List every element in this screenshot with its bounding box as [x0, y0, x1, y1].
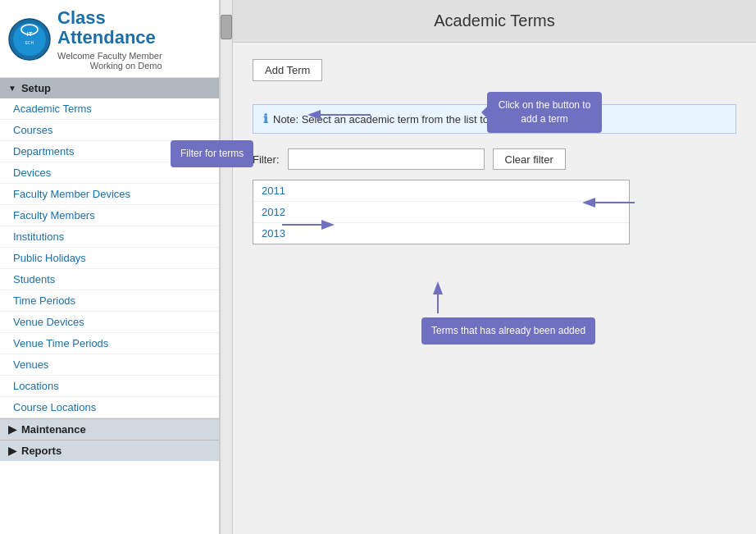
term-link-2011[interactable]: 2011: [262, 185, 285, 197]
nav-item-faculty-member-devices[interactable]: Faculty Member Devices: [0, 184, 219, 205]
nav-link-venue-time-periods[interactable]: Venue Time Periods: [0, 333, 219, 354]
welcome-text: Welcome Faculty Member Working on Demo: [57, 51, 162, 71]
reports-label: Reports: [21, 445, 61, 457]
nav-item-venue-devices[interactable]: Venue Devices: [0, 312, 219, 333]
nav-item-students[interactable]: Students: [0, 269, 219, 290]
maintenance-label: Maintenance: [21, 423, 86, 436]
tooltip-add-term: Click on the button to add a term: [487, 92, 602, 133]
nav-item-course-locations[interactable]: Course Locations: [0, 397, 219, 418]
setup-label: Setup: [21, 82, 51, 94]
page-title: Academic Terms: [249, 11, 740, 30]
nav-link-course-locations[interactable]: Course Locations: [0, 397, 219, 418]
nav-item-academic-terms[interactable]: Academic Terms: [0, 98, 219, 120]
nav-item-venue-time-periods[interactable]: Venue Time Periods: [0, 333, 219, 354]
maintenance-section[interactable]: ▶ Maintenance: [0, 418, 219, 440]
nav-item-venues[interactable]: Venues: [0, 354, 219, 376]
add-term-button[interactable]: Add Term: [253, 59, 322, 81]
nav-item-public-holidays[interactable]: Public Holidays: [0, 248, 219, 269]
app-logo-icon: iT ECH: [8, 18, 51, 61]
svg-text:ECH: ECH: [25, 40, 34, 45]
app-title: ClassAttendance: [57, 8, 162, 48]
nav-link-faculty-member-devices[interactable]: Faculty Member Devices: [0, 184, 219, 205]
setup-arrow-icon: ▼: [8, 84, 16, 93]
clear-filter-button[interactable]: Clear filter: [493, 148, 566, 170]
scrollbar[interactable]: [220, 0, 233, 534]
nav-item-courses[interactable]: Courses: [0, 120, 219, 141]
filter-row: Filter for terms Filter: Clear filter Bu…: [253, 148, 736, 170]
main-content: Academic Terms Click on the button to ad…: [233, 0, 756, 534]
nav-link-faculty-members[interactable]: Faculty Members: [0, 205, 219, 226]
scrollbar-thumb[interactable]: [221, 15, 232, 39]
info-icon: ℹ: [263, 112, 268, 126]
nav-item-time-periods[interactable]: Time Periods: [0, 290, 219, 312]
nav-item-institutions[interactable]: Institutions: [0, 226, 219, 248]
nav-link-students[interactable]: Students: [0, 269, 219, 290]
reports-section[interactable]: ▶ Reports: [0, 440, 219, 461]
tooltip-filter: Filter for terms: [171, 140, 253, 167]
filter-label: Filter:: [253, 153, 280, 166]
tooltip-terms-added: Terms that has already been added: [421, 317, 595, 345]
term-link-2013[interactable]: 2013: [262, 227, 285, 240]
sidebar-logo: iT ECH ClassAttendance Welcome Faculty M…: [0, 0, 219, 78]
logo-text: ClassAttendance Welcome Faculty Member W…: [57, 8, 162, 71]
nav-link-venues[interactable]: Venues: [0, 354, 219, 376]
nav-link-public-holidays[interactable]: Public Holidays: [0, 248, 219, 269]
svg-point-1: [13, 23, 46, 56]
nav-link-institutions[interactable]: Institutions: [0, 226, 219, 248]
maintenance-arrow-icon: ▶: [8, 423, 16, 436]
page-title-bar: Academic Terms: [233, 0, 756, 43]
filter-input[interactable]: [288, 148, 485, 170]
nav-link-academic-terms[interactable]: Academic Terms: [0, 98, 219, 120]
nav-link-courses[interactable]: Courses: [0, 120, 219, 141]
term-item-2012[interactable]: 2012: [253, 202, 629, 223]
setup-section[interactable]: ▼ Setup: [0, 78, 219, 98]
nav-link-venue-devices[interactable]: Venue Devices: [0, 312, 219, 333]
term-item-2013[interactable]: 2013: [253, 223, 629, 244]
nav-link-time-periods[interactable]: Time Periods: [0, 290, 219, 312]
nav-item-faculty-members[interactable]: Faculty Members: [0, 205, 219, 226]
term-link-2012[interactable]: 2012: [262, 206, 285, 218]
content-area: Click on the button to add a term Add Te…: [233, 43, 756, 534]
term-item-2011[interactable]: 2011: [253, 180, 629, 202]
terms-list: 2011 2012 2013: [253, 180, 630, 244]
nav-item-locations[interactable]: Locations: [0, 376, 219, 397]
nav-link-locations[interactable]: Locations: [0, 376, 219, 397]
reports-arrow-icon: ▶: [8, 445, 16, 457]
